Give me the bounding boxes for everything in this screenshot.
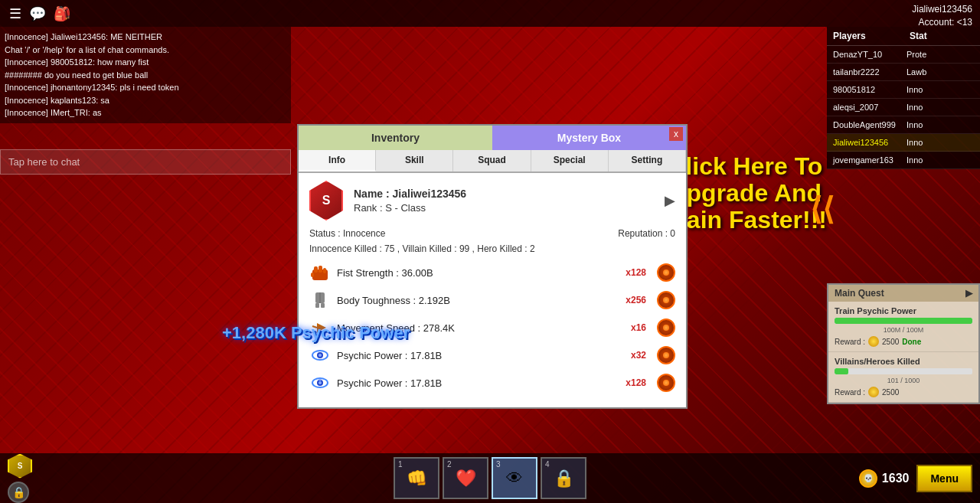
svg-point-17 (318, 381, 322, 384)
hotbar-slot-1[interactable]: 1 👊 (394, 457, 439, 499)
player-name-self: Jialiwei123456 (827, 134, 903, 151)
psychic-multiplier-2: x128 (626, 377, 646, 388)
coin-display: 💀 1630 (859, 469, 910, 488)
player-status: Inno (903, 81, 980, 98)
chat-msg-2: Chat '/' or '/help' for a list of chat c… (5, 44, 286, 57)
chat-icon[interactable]: 💬 (29, 5, 46, 22)
upgrade-banner[interactable]: Click Here To Upgrade And Train Faster!!… (664, 153, 827, 234)
rank-badge: S (309, 181, 343, 220)
chat-msg-3: [Innocence] 980051812: how many fist (5, 56, 286, 69)
psychic-upgrade-btn-1[interactable] (657, 346, 675, 364)
chat-msg-7: [Innocence] IMert_TRI: as (5, 106, 286, 119)
inventory-panel: Inventory Mystery Box x Info Skill Squad… (297, 124, 688, 409)
quest-progress-bar-1 (835, 318, 972, 324)
profile-rank: Rank : S - Class (354, 202, 654, 214)
team-badge: S (8, 454, 32, 479)
psychic-multiplier-1: x32 (631, 350, 646, 361)
chat-input[interactable]: Tap here to chat (0, 149, 291, 175)
tab-skill[interactable]: Skill (376, 150, 453, 171)
chat-msg-6: [Innocence] kaplants123: sa (5, 94, 286, 107)
profile-info: Name : Jialiwei123456 Rank : S - Class (354, 188, 654, 214)
backpack-icon[interactable]: 🎒 (54, 5, 70, 22)
stat-row-psychic: Psychic Power : 17.81B x32 (309, 345, 675, 366)
reward-label-1: Reward : (835, 338, 865, 346)
tab-info[interactable]: Info (299, 150, 376, 171)
player-name: aleqsi_2007 (827, 99, 903, 116)
tab-inventory[interactable]: Inventory (299, 126, 492, 150)
speed-multiplier: x16 (631, 322, 646, 333)
hotbar-slot-3[interactable]: 3 👁 (492, 457, 537, 499)
quest-progress-text-2: 101 / 1000 (835, 377, 972, 384)
quest-reward-2: Reward : 2500 (835, 387, 972, 397)
quest-item-1: Train Psychic Power 100M / 100M Reward :… (828, 302, 978, 352)
reward-coin-icon-1 (868, 336, 879, 347)
hotbar-icon-eye: 👁 (506, 469, 523, 488)
profile-section: S Name : Jialiwei123456 Rank : S - Class… (309, 181, 675, 220)
fist-icon (309, 262, 331, 283)
chat-msg-5: [Innocence] jhonantony12345: pls i need … (5, 81, 286, 94)
body-upgrade-btn[interactable] (657, 291, 675, 309)
speed-upgrade-btn[interactable] (657, 318, 675, 337)
hotbar-slot-2[interactable]: 2 ❤️ (443, 457, 488, 499)
players-header: Players Stat (827, 27, 980, 46)
player-status-self: Inno (903, 134, 980, 151)
panel-tabs-top: Inventory Mystery Box (299, 126, 686, 150)
player-status: Inno (903, 116, 980, 133)
upgrade-line2: Upgrade And (664, 180, 827, 207)
chat-messages: [Innocence] Jialiwei123456: ME NEITHER C… (5, 31, 286, 119)
account-username: Jialiwei123456 (912, 3, 972, 16)
quest-item-1-title: Train Psychic Power (835, 306, 972, 315)
lock-icon[interactable]: 🔒 (8, 482, 29, 503)
chat-msg-4: ######## do you need to get blue ball (5, 69, 286, 82)
quest-progress-bar-2 (835, 368, 972, 374)
reward-label-2: Reward : (835, 388, 865, 397)
body-icon (309, 289, 331, 311)
psychic2-label: Psychic Power : 17.81B (337, 377, 619, 389)
player-name: DenazYT_10 (827, 46, 903, 63)
player-row: aleqsi_2007 Inno (827, 99, 980, 116)
tab-special[interactable]: Special (531, 150, 609, 171)
psychic-stat-label: Psychic Power : 17.81B (337, 350, 625, 361)
status-text: Status : Innocence (309, 228, 385, 239)
menu-button[interactable]: Menu (916, 465, 972, 492)
psychic2-icon (309, 372, 331, 394)
chat-area: [Innocence] Jialiwei123456: ME NEITHER C… (0, 27, 291, 123)
coin-icon: 💀 (859, 469, 877, 488)
hotbar-icon-fist: 👊 (407, 469, 427, 488)
player-name: tailanbr2222 (827, 64, 903, 80)
quest-item-2-title: Villains/Heroes Killed (835, 357, 972, 366)
quest-header: Main Quest ▶ (828, 285, 978, 302)
player-status: Prote (903, 46, 980, 63)
player-name: DoubleAgent999 (827, 116, 903, 133)
fist-upgrade-btn[interactable] (657, 263, 675, 282)
close-button[interactable]: x (669, 127, 683, 141)
player-row: DoubleAgent999 Inno (827, 116, 980, 134)
stat-row-fist: Fist Strength : 36.00B x128 (309, 262, 675, 283)
reward-amount-2: 2500 (882, 388, 899, 397)
quest-item-2: Villains/Heroes Killed 101 / 1000 Reward… (828, 352, 978, 403)
reputation-text: Reputation : 0 (618, 228, 675, 239)
player-name: 980051812 (827, 81, 903, 98)
menu-icon[interactable]: ☰ (9, 5, 21, 22)
tab-squad[interactable]: Squad (453, 150, 531, 171)
hotbar-icon-heart: ❤️ (456, 469, 476, 488)
hotbar-slot-4[interactable]: 4 🔒 (541, 457, 586, 499)
quest-done-badge: Done (902, 338, 921, 346)
hotbar-slot-num-2: 2 (447, 460, 452, 469)
tab-setting[interactable]: Setting (609, 150, 686, 171)
tab-mystery-box[interactable]: Mystery Box (492, 126, 686, 150)
player-row: tailanbr2222 Lawb (827, 64, 980, 81)
quest-expand-btn[interactable]: ▶ (965, 288, 972, 299)
profile-nav-arrow[interactable]: ▶ (665, 192, 675, 209)
svg-rect-3 (323, 268, 326, 273)
top-bar: ☰ 💬 🎒 Jialiwei123456 Account: <13 (0, 0, 980, 27)
players-header-status: Stat (903, 27, 980, 45)
quest-progress-text-1: 100M / 100M (835, 326, 972, 334)
reward-amount-1: 2500 (882, 338, 899, 346)
account-info: Jialiwei123456 Account: <13 (912, 3, 972, 29)
fist-multiplier: x128 (626, 267, 646, 278)
status-row: Status : Innocence Reputation : 0 (309, 228, 675, 239)
psychic-upgrade-btn-2[interactable] (657, 374, 675, 392)
quest-progress-fill-2 (835, 368, 848, 374)
reward-coin-icon-2 (868, 387, 879, 397)
